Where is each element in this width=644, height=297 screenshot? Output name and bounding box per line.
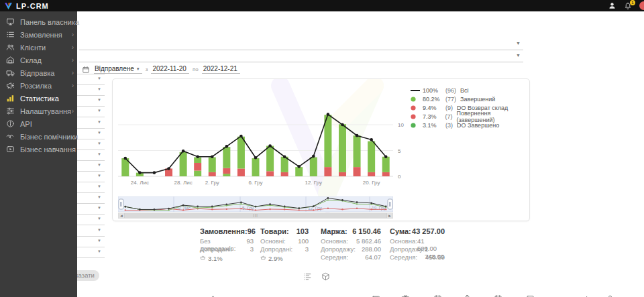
main-content: ▼ ▼ Відправлене ▼ з 2022-11-20 по 2022-1…: [0, 11, 644, 297]
svg-text:12. Гру: 12. Гру: [305, 180, 323, 186]
summary-value: 43 257.00: [412, 227, 445, 235]
legend-item-1[interactable]: 100%(96)Всі: [411, 86, 529, 95]
sidebar-item-9[interactable]: API: [0, 117, 77, 130]
chevron-down-icon: ▼: [97, 206, 101, 210]
summary-row-value: 93: [246, 237, 254, 245]
sidebar-item-11[interactable]: Бізнес навчання: [0, 143, 77, 156]
sidebar-item-3[interactable]: Клієнти›: [0, 41, 77, 54]
svg-text:6. Гру: 6. Гру: [248, 180, 262, 186]
chart-scrollbar: ◄ ►: [118, 213, 393, 219]
chart-navigator[interactable]: 28. Лис5. Гру12. Гру19. Гру: [118, 196, 393, 215]
legend-item-4[interactable]: 7.3%(7)Повернення (завершений): [411, 112, 529, 121]
gift-icon[interactable]: [401, 294, 410, 297]
scrollbar-thumb[interactable]: [125, 213, 386, 218]
summary-row-label: Основна:: [390, 237, 417, 245]
summary-title: Замовлення:: [200, 227, 248, 235]
legend-count: (96): [445, 87, 456, 94]
upsell-percent: 2.9%: [268, 255, 283, 262]
chevron-down-icon: ▼: [97, 163, 101, 167]
clock-icon[interactable]: [463, 294, 472, 297]
basket-icon[interactable]: [209, 294, 217, 297]
sidebar-item-4[interactable]: Склад›: [0, 54, 77, 66]
main-chart[interactable]: 051024. Лис28. Лис2. Гру6. Гру12. Гру20.…: [113, 79, 408, 192]
to-label: по: [193, 66, 199, 72]
filter-select-2[interactable]: ▼: [79, 52, 523, 62]
sidebar-item-1[interactable]: Панель власника: [0, 15, 77, 28]
date-to-input[interactable]: 2022-12-21: [202, 65, 240, 74]
sidebar-item-5[interactable]: Відправка›: [0, 66, 77, 79]
summary-title: Маржа:: [321, 227, 347, 235]
chart-panel: 051024. Лис28. Лис2. Гру6. Гру12. Гру20.…: [112, 78, 530, 221]
sidebar-item-2[interactable]: Замовлення›: [0, 28, 77, 41]
summary-title: Сума:: [390, 227, 411, 235]
view-switcher: [303, 272, 330, 280]
sidebar-item-label: API: [20, 120, 32, 128]
summary-row-label: Допродані:: [260, 245, 292, 253]
chevron-down-icon: ▼: [97, 249, 101, 253]
summary-row-value: 3: [305, 245, 309, 253]
chevron-down-icon: ▼: [97, 141, 101, 145]
calendar-12-icon[interactable]: 12: [433, 294, 442, 297]
sidebar-item-7[interactable]: Статистика: [0, 92, 77, 105]
lp-crm-statistics-page: LP-CRM 1 ▼ ▼ Відправлене ▼ з 2022-11-20 …: [0, 0, 644, 297]
summary-row-label: Допродажу:: [390, 245, 425, 253]
summary-title: Товари:: [260, 227, 289, 235]
summary-value: 6 150.46: [352, 227, 381, 235]
svg-text:2. Гру: 2. Гру: [205, 180, 219, 186]
sidebar: Панель власникаЗамовлення›Клієнти›Склад›…: [0, 11, 77, 297]
logo-triangle-icon: [4, 2, 13, 10]
chevron-down-icon: ▼: [97, 76, 101, 80]
legend-swatch-icon: [411, 114, 420, 119]
legend-label: Завершений: [460, 96, 495, 103]
date-from-input[interactable]: 2022-11-20: [151, 65, 189, 74]
list-view-icon[interactable]: [303, 272, 312, 280]
chevron-down-icon: ▼: [97, 66, 101, 70]
cart-icon: [200, 255, 206, 262]
legend-item-2[interactable]: 80.2%(77)Завершений: [411, 95, 529, 103]
summary-row-value: 3: [250, 245, 254, 253]
chevron-right-icon: ›: [72, 108, 74, 115]
chevron-right-icon: ›: [72, 70, 74, 76]
legend-count: (7): [445, 113, 452, 120]
topbar-actions: 1: [607, 0, 644, 11]
summary-row-label: Допродані:: [200, 245, 232, 253]
person-icon[interactable]: [606, 294, 614, 297]
logo-text: LP-CRM: [16, 2, 49, 10]
bell-icon[interactable]: 1: [623, 1, 633, 11]
sidebar-item-6[interactable]: Розсилка›: [0, 79, 77, 92]
app-logo[interactable]: LP-CRM: [0, 2, 49, 10]
sidebar-item-label: Бізнес помічники: [20, 133, 78, 141]
sidebar-item-label: Панель власника: [20, 18, 79, 26]
settings-icon: [5, 107, 15, 115]
avatar[interactable]: [639, 1, 644, 10]
topbar: LP-CRM 1: [0, 0, 644, 11]
scroll-right-arrow-icon[interactable]: ►: [386, 213, 392, 218]
summary-row-label: Середня:: [390, 253, 417, 261]
notification-badge: 1: [630, 0, 635, 5]
sidebar-item-8[interactable]: Налаштування›: [0, 105, 77, 117]
eye-icon[interactable]: [372, 294, 380, 297]
sidebar-item-label: Розсилка: [20, 82, 52, 90]
training-icon: [5, 145, 15, 154]
sidebar-item-10[interactable]: Бізнес помічники: [0, 130, 77, 143]
summary-card-1: Замовлення:96Без допродажів:93Допродані:…: [200, 227, 254, 262]
filter-select-1[interactable]: ▼: [79, 40, 523, 50]
chevron-down-icon: ▼: [97, 195, 101, 199]
svg-text:28. Лис: 28. Лис: [174, 180, 193, 186]
calendar-icon[interactable]: [494, 294, 502, 297]
cube-view-icon[interactable]: [321, 272, 330, 280]
legend-swatch-icon: [411, 105, 420, 111]
calendar-arrow-icon[interactable]: [526, 294, 535, 297]
chart-pen-icon[interactable]: [580, 294, 588, 297]
summary-row-value: 288.00: [362, 245, 381, 253]
svg-text:10: 10: [398, 122, 404, 128]
summary-row-value: 64.07: [365, 253, 381, 261]
orders-icon: [5, 30, 15, 39]
chevron-down-icon: ▼: [97, 174, 101, 178]
user-icon[interactable]: [607, 1, 616, 11]
legend-percent: 9.4%: [423, 105, 443, 111]
summary-row-label: Допродажу:: [321, 245, 356, 253]
summary-row-label: Основні:: [260, 237, 286, 245]
scroll-left-arrow-icon[interactable]: ◄: [119, 213, 125, 218]
chevron-down-icon: ▼: [97, 217, 101, 221]
